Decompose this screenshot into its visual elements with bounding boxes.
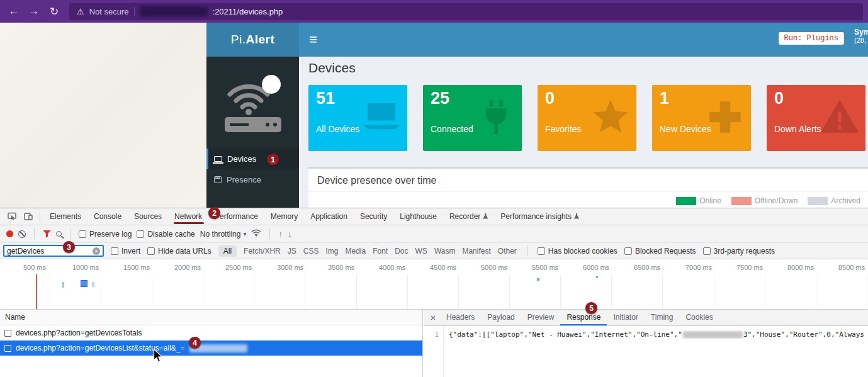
stat-card-all-devices[interactable]: 51 All Devices <box>308 85 407 151</box>
browser-toolbar: ← → ↻ ⚠ Not secure :20211/devices.php <box>0 0 868 23</box>
tab-lighthouse[interactable]: Lighthouse <box>393 209 443 225</box>
clear-icon[interactable] <box>18 230 26 238</box>
filter-type-doc[interactable]: Doc <box>395 247 408 256</box>
app-content: Devices 51 All Devices 25 Connected 0 Fa… <box>299 57 868 208</box>
run-plugins-button[interactable]: Run: Plugins <box>779 32 844 45</box>
tab-cookies[interactable]: Cookies <box>679 310 719 325</box>
network-bottom-panel: Name devices.php?action=getDevicesTotals… <box>0 310 868 377</box>
record-button[interactable] <box>6 230 13 237</box>
filter-type-all[interactable]: All <box>218 245 237 257</box>
inspect-element-icon[interactable] <box>4 212 20 221</box>
tab-sources[interactable]: Sources <box>128 209 168 225</box>
blocked-requests-checkbox[interactable]: Blocked Requests <box>624 247 696 256</box>
filter-type-ws[interactable]: WS <box>415 247 427 256</box>
router-logo <box>206 57 299 149</box>
network-toolbar: Preserve log Disable cache No throttling… <box>0 225 868 243</box>
stat-card-down-alerts[interactable]: 0 Down Alerts <box>767 85 865 151</box>
tab-response[interactable]: Response <box>560 310 607 325</box>
filter-type-wasm[interactable]: Wasm <box>434 247 456 256</box>
refresh-icon[interactable]: ↻ <box>45 5 63 18</box>
checkbox <box>538 247 545 255</box>
tab-recorder[interactable]: Recorder <box>443 209 494 225</box>
tab-memory[interactable]: Memory <box>264 209 304 225</box>
time-tick: 1500 ms <box>123 264 150 271</box>
response-body[interactable]: 1 {"data":[["laptop","Net - Huawei","Int… <box>424 326 868 377</box>
annotation-underline <box>174 222 204 224</box>
app-header: ≡ Run: Plugins Sym (28, <box>299 23 868 57</box>
filter-type-media[interactable]: Media <box>345 247 366 256</box>
tab-timing[interactable]: Timing <box>645 310 680 325</box>
user-menu[interactable]: Sym (28, <box>854 28 868 44</box>
request-row[interactable]: devices.php?action=getDevicesTotals <box>0 325 422 340</box>
network-overview-timeline[interactable]: 500 ms 1000 ms 1500 ms 2000 ms 2500 ms 3… <box>0 259 868 310</box>
close-icon[interactable]: × <box>426 312 440 323</box>
back-icon[interactable]: ← <box>5 5 23 18</box>
tab-headers[interactable]: Headers <box>440 310 481 325</box>
filter-type-js[interactable]: JS <box>288 247 296 256</box>
tab-performance-insights[interactable]: Performance insights <box>494 209 585 225</box>
details-tabbar: × Headers Payload Preview Response Initi… <box>424 310 868 326</box>
sidebar-item-presence[interactable]: Presence <box>206 169 299 190</box>
time-tick: 6500 ms <box>634 264 660 271</box>
filter-input-wrapper: × <box>3 245 104 257</box>
tab-console[interactable]: Console <box>87 209 128 225</box>
disable-cache-label: Disable cache <box>147 230 194 239</box>
stat-card-new-devices[interactable]: 1 New Devices <box>652 85 751 151</box>
brand-logo: Pi.Alert <box>206 23 299 57</box>
not-secure-label: Not secure <box>89 7 129 16</box>
tab-elements[interactable]: Elements <box>43 209 87 225</box>
filter-type-img[interactable]: Img <box>325 247 338 256</box>
legend-swatch <box>676 197 696 205</box>
stat-value: 0 <box>774 89 784 108</box>
throttling-dropdown[interactable]: No throttling ▾ <box>200 230 247 239</box>
third-party-requests-checkbox[interactable]: 3rd-party requests <box>703 247 775 256</box>
filter-type-font[interactable]: Font <box>373 247 388 256</box>
laptop-icon <box>361 96 402 138</box>
timeline-mark <box>36 274 37 310</box>
filter-type-manifest[interactable]: Manifest <box>462 247 490 256</box>
tab-preview[interactable]: Preview <box>521 310 561 325</box>
stat-card-favorites[interactable]: 0 Favorites <box>538 85 636 151</box>
time-tick: 5500 ms <box>532 264 558 271</box>
time-tick: 6000 ms <box>583 264 609 271</box>
tab-network-label: Network <box>174 212 202 221</box>
filter-input[interactable] <box>7 247 90 256</box>
tab-payload[interactable]: Payload <box>481 310 521 325</box>
time-tick: 8000 ms <box>787 264 814 271</box>
network-conditions-icon[interactable] <box>251 229 261 239</box>
import-har-icon[interactable]: ↑ <box>278 229 283 239</box>
address-bar[interactable]: ⚠ Not secure :20211/devices.php <box>69 3 863 20</box>
tab-application[interactable]: Application <box>304 209 354 225</box>
divider <box>269 229 270 239</box>
clear-filter-icon[interactable]: × <box>93 247 100 255</box>
preserve-log-checkbox[interactable]: Preserve log <box>79 230 132 239</box>
filter-type-css[interactable]: CSS <box>303 247 319 256</box>
tab-network[interactable]: Network <box>168 209 208 225</box>
hide-data-urls-checkbox[interactable]: Hide data URLs <box>147 247 211 256</box>
stat-card-connected[interactable]: 25 Connected <box>423 85 522 151</box>
stat-value: 0 <box>545 89 555 108</box>
filter-type-fetch-xhr[interactable]: Fetch/XHR <box>244 247 281 256</box>
time-tick: 7500 ms <box>736 264 763 271</box>
sidebar-item-devices[interactable]: Devices <box>206 149 299 169</box>
gridline <box>254 274 254 309</box>
invert-checkbox[interactable]: Invert <box>111 247 140 256</box>
response-text: 3","House","Router",0,"Always on" <box>743 330 868 339</box>
hamburger-menu-icon[interactable]: ≡ <box>309 31 317 48</box>
presence-legend: Online Offline/Down Archived <box>676 196 860 205</box>
response-text: {"data":[["laptop","Net - Huawei","Inter… <box>449 330 682 339</box>
forward-icon[interactable]: → <box>25 5 43 18</box>
filter-icon[interactable] <box>43 230 51 238</box>
tab-initiator[interactable]: Initiator <box>607 310 644 325</box>
has-blocked-cookies-checkbox[interactable]: Has blocked cookies <box>538 247 617 256</box>
search-icon[interactable] <box>56 231 62 237</box>
name-column-header[interactable]: Name <box>0 310 422 325</box>
request-row-selected[interactable]: devices.php?action=getDevicesList&status… <box>0 340 422 356</box>
warning-triangle-icon <box>819 96 860 138</box>
export-har-icon[interactable]: ↓ <box>288 229 292 239</box>
disable-cache-checkbox[interactable]: Disable cache <box>137 230 194 239</box>
pialert-app: Pi.Alert D <box>206 23 868 208</box>
device-toolbar-icon[interactable] <box>20 213 37 220</box>
tab-security[interactable]: Security <box>354 209 393 225</box>
filter-type-other[interactable]: Other <box>498 247 517 256</box>
